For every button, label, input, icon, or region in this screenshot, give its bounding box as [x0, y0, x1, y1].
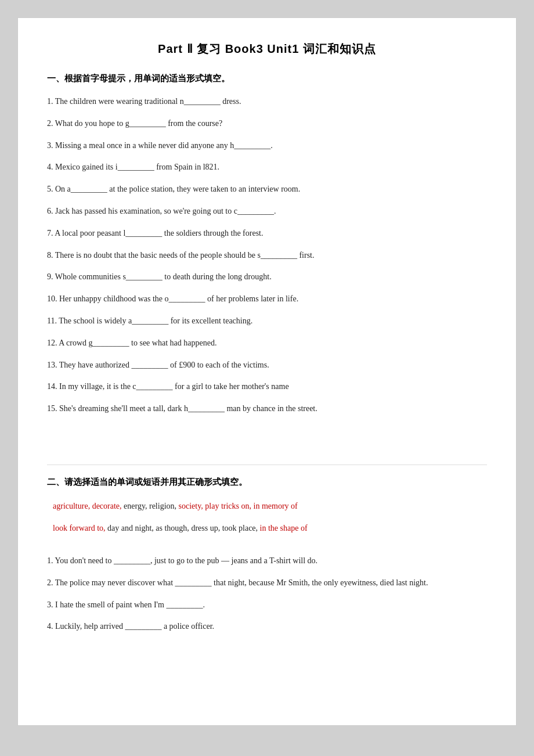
word-bank-item: dress up, [189, 524, 220, 532]
section1-question-14: 14. In my village, it is the c_________ … [47, 380, 487, 394]
word-bank-line2: look forward to, day and night, as thoug… [47, 520, 487, 537]
word-bank-line1: agriculture, decorate, energy, religion,… [47, 498, 487, 514]
word-bank-item: in the shape of [258, 524, 308, 532]
section2-question-1: 1. You don't need to _________, just to … [47, 554, 487, 568]
word-bank-item: in memory of [251, 502, 298, 510]
section1-question-7: 7. A local poor peasant l_________ the s… [47, 226, 487, 240]
section1-question-9: 9. Whole communities s_________ to death… [47, 270, 487, 284]
section1-question-10: 10. Her unhappy childhood was the o_____… [47, 292, 487, 306]
word-bank-item: took place, [220, 524, 258, 532]
section1-question-4: 4. Mexico gained its i_________ from Spa… [47, 160, 487, 174]
section1-question-8: 8. There is no doubt that the basic need… [47, 249, 487, 262]
word-bank-item: look forward to, [53, 524, 106, 532]
section2-header: 二、请选择适当的单词或短语并用其正确形式填空。 [47, 477, 487, 488]
word-bank-item: as though, [154, 524, 189, 532]
word-bank-item: energy, religion, [122, 502, 176, 510]
section1-question-13: 13. They have authorized _________ of £9… [47, 358, 487, 372]
word-bank-item: agriculture, [53, 502, 90, 510]
page-title: Part Ⅱ 复习 Book3 Unit1 词汇和知识点 [47, 41, 487, 57]
section1-questions: 1. The children were wearing traditional… [47, 95, 487, 416]
section2-question-3: 3. I hate the smell of paint when I'm __… [47, 598, 487, 612]
section-divider [47, 465, 487, 465]
section1-header: 一、根据首字母提示，用单词的适当形式填空。 [47, 73, 487, 84]
word-bank-item: day and night, [106, 524, 154, 532]
section2-questions: 1. You don't need to _________, just to … [47, 554, 487, 633]
word-bank-item: society, [176, 502, 203, 510]
word-bank-item: play tricks on, [203, 502, 251, 510]
section1-question-1: 1. The children were wearing traditional… [47, 95, 487, 109]
page: Part Ⅱ 复习 Book3 Unit1 词汇和知识点 一、根据首字母提示，用… [17, 17, 517, 726]
word-bank-item: decorate, [90, 502, 121, 510]
section1-question-5: 5. On a_________ at the police station, … [47, 182, 487, 196]
section1-question-2: 2. What do you hope to g_________ from t… [47, 117, 487, 131]
section2-question-2: 2. The police may never discover what __… [47, 576, 487, 590]
section1-question-11: 11. The school is widely a_________ for … [47, 314, 487, 328]
section1-question-15: 15. She's dreaming she'll meet a tall, d… [47, 402, 487, 416]
section1-question-12: 12. A crowd g_________ to see what had h… [47, 336, 487, 350]
section1-question-6: 6. Jack has passed his examination, so w… [47, 204, 487, 218]
section1-question-3: 3. Missing a meal once in a while never … [47, 139, 487, 153]
section2-question-4: 4. Luckily, help arrived _________ a pol… [47, 620, 487, 633]
